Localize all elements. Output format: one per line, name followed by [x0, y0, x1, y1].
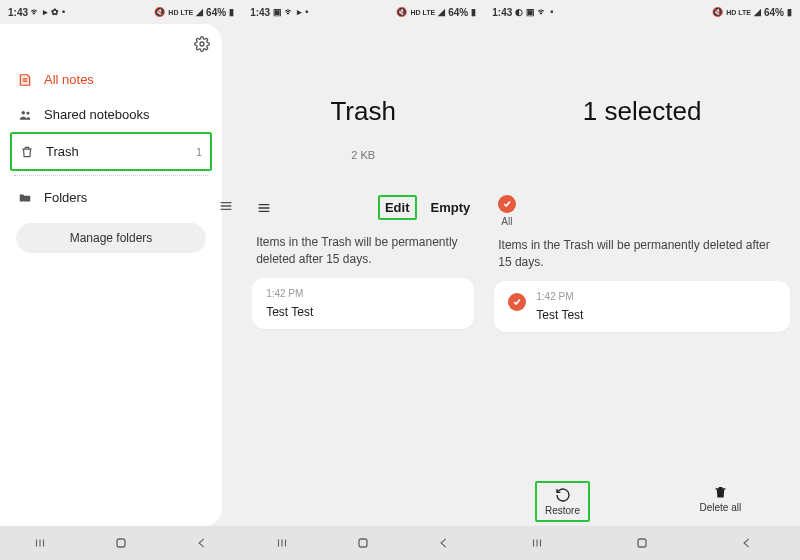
trash-highlight: Trash 1	[10, 132, 212, 171]
drawer-label: Folders	[44, 190, 87, 205]
net-icon: HD LTE	[168, 9, 193, 16]
drawer-item-folders[interactable]: Folders	[0, 180, 222, 215]
note-checkbox-icon[interactable]	[508, 293, 526, 311]
trash-count: 1	[196, 146, 202, 158]
note-title: Test Test	[266, 305, 460, 319]
status-time: 1:43	[250, 7, 270, 18]
signal-icon: ◢	[438, 8, 445, 17]
android-nav-bar	[242, 526, 484, 560]
bulb-icon: ◐	[515, 8, 523, 17]
home-button[interactable]	[109, 531, 133, 555]
shared-icon	[18, 108, 32, 122]
mute-icon: 🔇	[154, 8, 165, 17]
edit-highlight: Edit	[378, 195, 417, 220]
recents-button[interactable]	[270, 531, 294, 555]
svg-rect-5	[638, 539, 646, 547]
edit-button[interactable]: Edit	[385, 200, 410, 215]
dot-icon: •	[62, 8, 65, 17]
back-button[interactable]	[432, 531, 456, 555]
net-icon: HD LTE	[410, 9, 435, 16]
trash-size: 2 KB	[242, 149, 484, 161]
battery-pct: 64%	[448, 7, 468, 18]
trash-info: Items in the Trash will be permanently d…	[242, 224, 484, 274]
trash-icon	[713, 485, 728, 500]
back-button[interactable]	[190, 531, 214, 555]
android-nav-bar	[0, 526, 242, 560]
status-time: 1:43	[492, 7, 512, 18]
status-bar: 1:43 ▣ ᯤ ▸ • 🔇 HD LTE ◢ 64% ▮	[242, 0, 484, 24]
home-button[interactable]	[630, 531, 654, 555]
home-button[interactable]	[351, 531, 375, 555]
back-button[interactable]	[735, 531, 759, 555]
folder-icon	[18, 191, 32, 205]
note-icon	[18, 73, 32, 87]
play-icon: ▸	[43, 8, 48, 17]
drawer-item-trash[interactable]: Trash 1	[12, 134, 210, 169]
svg-point-1	[22, 110, 26, 114]
delete-all-button[interactable]: Delete all	[692, 481, 750, 522]
status-bar: 1:43 ◐ ▣ ᯤ • 🔇 HD LTE ◢ 64% ▮	[484, 0, 800, 24]
note-card-selected[interactable]: 1:42 PM Test Test	[494, 281, 790, 332]
battery-pct: 64%	[764, 7, 784, 18]
selection-title: 1 selected	[484, 96, 800, 127]
recents-button[interactable]	[28, 531, 52, 555]
svg-point-2	[26, 111, 29, 114]
status-bar: 1:43 ᯤ ▸ ✿ • 🔇 HD LTE ◢ 64% ▮	[0, 0, 242, 24]
mute-icon: 🔇	[396, 8, 407, 17]
battery-pct: 64%	[206, 7, 226, 18]
net-icon: HD LTE	[726, 9, 751, 16]
svg-rect-3	[117, 539, 125, 547]
wifi-icon: ᯤ	[31, 8, 40, 17]
battery-icon: ▮	[229, 8, 234, 17]
signal-icon: ◢	[754, 8, 761, 17]
svg-point-0	[200, 42, 204, 46]
battery-icon: ▮	[471, 8, 476, 17]
drawer-label: Shared notebooks	[44, 107, 150, 122]
hamburger-icon[interactable]	[218, 198, 234, 214]
android-nav-bar	[484, 526, 800, 560]
drawer-label: Trash	[46, 144, 79, 159]
note-time: 1:42 PM	[266, 288, 460, 299]
select-all-label: All	[501, 216, 512, 227]
recents-button[interactable]	[525, 531, 549, 555]
manage-folders-button[interactable]: Manage folders	[16, 223, 206, 253]
drawer-label: All notes	[44, 72, 94, 87]
trash-info: Items in the Trash will be permanently d…	[484, 227, 800, 277]
selection-actions: Restore Delete all	[484, 475, 800, 526]
restore-label: Restore	[545, 505, 580, 516]
restore-highlight: Restore	[535, 481, 590, 522]
empty-button[interactable]: Empty	[431, 200, 471, 215]
image-icon: ▣	[273, 8, 282, 17]
mute-icon: 🔇	[712, 8, 723, 17]
page-title: Trash	[242, 96, 484, 127]
divider	[14, 175, 208, 176]
svg-rect-4	[359, 539, 367, 547]
image-icon: ▣	[526, 8, 535, 17]
select-all-checkbox[interactable]	[498, 195, 516, 213]
wifi-icon: ᯤ	[285, 8, 294, 17]
hamburger-icon[interactable]	[256, 200, 272, 216]
drawer-item-all-notes[interactable]: All notes	[0, 62, 222, 97]
drawer-item-shared[interactable]: Shared notebooks	[0, 97, 222, 132]
spacer	[484, 149, 800, 161]
note-card[interactable]: 1:42 PM Test Test	[252, 278, 474, 329]
play-icon: ▸	[297, 8, 302, 17]
gear-mini-icon: ✿	[51, 8, 59, 17]
status-time: 1:43	[8, 7, 28, 18]
nav-drawer: All notes Shared notebooks Trash 1 Folde…	[0, 24, 222, 526]
restore-icon	[555, 487, 571, 503]
signal-icon: ◢	[196, 8, 203, 17]
gear-icon[interactable]	[194, 36, 210, 52]
wifi-icon: ᯤ	[538, 8, 547, 17]
note-title: Test Test	[536, 308, 776, 322]
trash-icon	[20, 145, 34, 159]
battery-icon: ▮	[787, 8, 792, 17]
dot-icon: •	[305, 8, 308, 17]
delete-all-label: Delete all	[700, 502, 742, 513]
restore-button[interactable]: Restore	[537, 483, 588, 520]
dot-icon: •	[550, 8, 553, 17]
note-time: 1:42 PM	[536, 291, 776, 302]
